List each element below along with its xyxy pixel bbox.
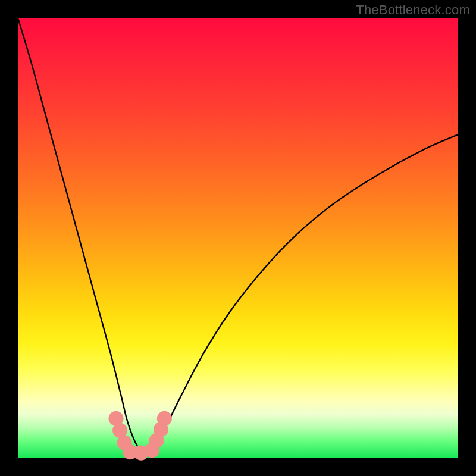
curve-markers bbox=[108, 411, 172, 461]
chart-frame: TheBottleneck.com bbox=[0, 0, 476, 476]
curve-svg bbox=[18, 18, 458, 458]
bottleneck-curve bbox=[18, 18, 458, 455]
curve-marker bbox=[157, 411, 172, 426]
watermark-text: TheBottleneck.com bbox=[356, 2, 470, 18]
plot-area bbox=[18, 18, 458, 458]
